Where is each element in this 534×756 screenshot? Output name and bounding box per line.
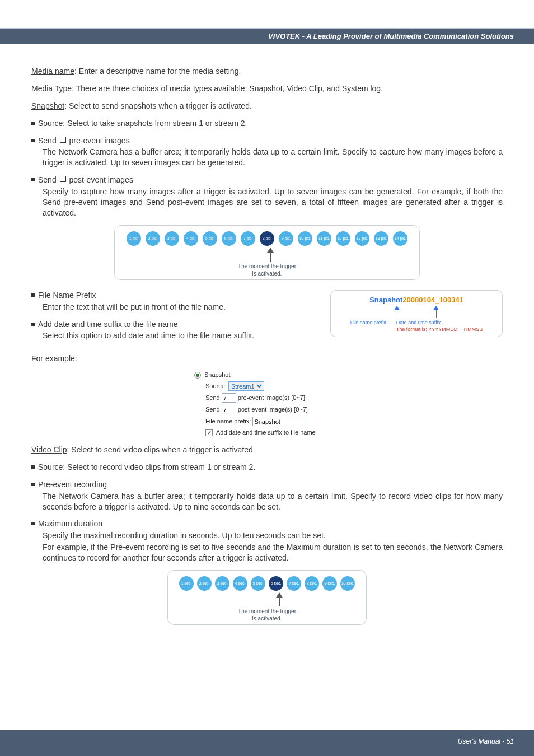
sequence-circle: 1 pic. [127,231,141,246]
post-event-heading: Send post-event images [31,175,503,185]
arrow-up-icon [267,248,274,253]
arrow-up-icon [433,306,439,318]
open-box-icon [60,137,66,143]
send-pre-input[interactable] [222,393,236,403]
sequence-circle: 5 pic. [203,231,217,246]
video-clip-intro: Video Clip: Select to send video clips w… [31,445,503,455]
pre-rec-body: The Network Camera has a buffer area; it… [31,491,503,512]
snapshot-radio[interactable] [194,372,201,379]
sequence-circle: 10 sec. [340,576,355,591]
sequence-circle: 6 sec. [269,576,283,591]
sequence-circle: 8 pic. [260,231,274,246]
open-box-icon [60,176,66,182]
sequence-circle: 3 sec. [215,576,229,591]
clip-source: Source: Select to record video clips fro… [31,462,503,473]
sequence-circle: 12 pic. [355,231,369,246]
footer-text: User's Manual - 51 [458,737,514,746]
trigger-caption: is activated. [125,270,409,278]
send-pre-tail: pre-event image(s) [0~7] [238,394,305,402]
sequence-circle: 4 sec. [233,576,247,591]
sequence-circle: 2 pic. [146,231,160,246]
max-dur-heading: Maximum duration [31,519,503,529]
sequence-circle: 10 pic. [336,231,350,246]
add-suffix-heading: Add date and time suffix to the file nam… [31,319,320,330]
max-dur-body2: For example, if the Pre-event recording … [31,542,503,563]
filename-example-box: Snapshot20080104_100341 File name prefix… [330,290,503,337]
add-suffix-label: Add date and time suffix to file name [216,428,316,437]
snapshot-intro-line: Snapshot: Select to send snapshots when … [31,101,503,111]
for-example: For example: [31,353,503,364]
trigger-caption: is activated. [175,615,359,623]
source-select[interactable]: Stream1 [228,381,264,391]
media-type-line: Media Type: There are three choices of m… [31,83,503,94]
sequence-circle: 9 pic. [279,231,293,246]
pic-sequence-diagram: 1 pic.2 pic.3 pic.4 pic.5 pic.6 pic.7 pi… [114,225,420,280]
header-brand: VIVOTEK - A Leading Provider of Multimed… [0,29,534,44]
sequence-circle: 4 pic. [184,231,198,246]
sequence-circle: 2 sec. [197,576,212,591]
file-prefix-heading: File Name Prefix [31,290,320,301]
send-post-input[interactable] [222,405,236,414]
sequence-circle: 8 sec. [305,576,319,591]
sequence-circle: 9 sec. [322,576,337,591]
source-label: Source: [205,382,227,390]
filename-suffix-label: Date and time suffix [396,320,441,325]
add-suffix-checkbox[interactable]: ✓ [205,429,213,436]
filename-suffix: 20080104_100341 [402,296,463,304]
send-post-tail: post-event image(s) [0~7] [238,405,308,414]
media-type-label: Media Type [31,84,72,93]
trigger-caption: The moment the trigger [175,608,359,615]
media-name-line: Media name: Enter a descriptive name for… [31,66,503,77]
pre-rec-heading: Pre-event recording [31,479,503,490]
filename-prefix-label: File name prefix [350,319,386,333]
filename-prefix: Snapshot [369,296,402,304]
send-pre-label: Send [205,394,220,402]
pre-event-body: The Network Camera has a buffer area; it… [31,147,503,168]
sequence-circle: 5 sec. [251,576,265,591]
arrow-up-icon [394,306,400,318]
sequence-circle: 7 pic. [241,231,255,246]
snapshot-form: Snapshot Source: Stream1 Send pre-event … [194,371,340,437]
video-clip-label: Video Clip [31,445,67,454]
max-dur-body1: Specify the maximal recording duration i… [31,530,503,541]
sequence-circle: 1 sec. [179,576,194,591]
media-name-label: Media name [31,67,74,76]
prefix-label: File name prefix: [205,417,251,426]
file-prefix-body: Enter the text that will be put in front… [31,302,320,312]
sequence-circle: 3 pic. [165,231,179,246]
pre-event-heading: Send pre-event images [31,136,503,146]
post-event-body: Specify to capture how many images after… [31,186,503,218]
sec-sequence-diagram: 1 sec.2 sec.3 sec.4 sec.5 sec.6 sec.7 se… [167,570,367,625]
snapshot-radio-label: Snapshot [204,371,230,379]
add-suffix-body: Select this option to add date and time … [31,330,320,341]
sequence-circle: 14 pic. [393,231,407,246]
snapshot-source: Source: Select to take snapshots from st… [31,118,503,129]
prefix-input[interactable] [252,417,306,426]
sequence-circle: 13 pic. [374,231,388,246]
sequence-circle: 10 pic. [298,231,312,246]
sequence-circle: 6 pic. [222,231,236,246]
filename-format: The format is: YYYYMMDD_HHMMSS [396,326,483,332]
trigger-caption: The moment the trigger [125,263,409,270]
arrow-up-icon [276,592,283,598]
snapshot-label: Snapshot [31,101,64,110]
sequence-circle: 7 sec. [287,576,301,591]
send-post-label: Send [205,405,220,414]
sequence-circle: 11 pic. [317,231,331,246]
